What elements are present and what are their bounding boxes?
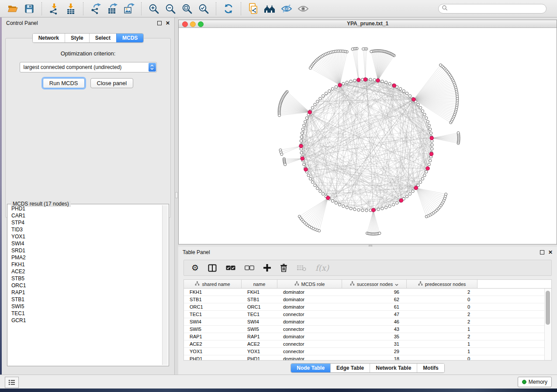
delete-column-icon[interactable] <box>280 263 287 273</box>
zoom-out-icon[interactable] <box>162 1 179 16</box>
tab-network-table[interactable]: Network Table <box>370 364 417 372</box>
zoom-selected-icon[interactable] <box>195 1 212 16</box>
cell: 2 <box>407 318 477 325</box>
mcds-panel: Optimization criterion: largest connecte… <box>5 38 171 218</box>
cell: 0 <box>407 303 477 310</box>
first-neighbors-icon[interactable] <box>262 1 278 16</box>
cell: dominator <box>277 355 342 361</box>
mcds-result-item[interactable]: TEC1 <box>8 310 163 317</box>
tab-network[interactable]: Network <box>33 34 65 42</box>
import-table-icon[interactable] <box>62 1 79 16</box>
run-mcds-button[interactable]: Run MCDS <box>43 78 85 88</box>
scrollbar-thumb[interactable] <box>546 291 550 325</box>
search-icon <box>442 5 448 13</box>
splitter-grip[interactable] <box>175 192 178 198</box>
mcds-result-item[interactable]: TID3 <box>8 226 163 233</box>
network-view-window: YPA_prune.txt_1 <box>178 20 557 244</box>
tab-edge-table[interactable]: Edge Table <box>330 364 370 372</box>
cell: 61 <box>342 303 407 310</box>
mcds-result-item[interactable]: STP4 <box>8 219 163 226</box>
network-graph[interactable] <box>179 28 557 244</box>
column-header-shared-name[interactable]: shared name <box>184 280 242 288</box>
show-column-panel-icon[interactable] <box>208 263 217 273</box>
mcds-result-item[interactable]: PMA2 <box>8 254 163 261</box>
search-box[interactable] <box>438 4 547 14</box>
table-row[interactable]: ORC1ORC1dominator610 <box>184 303 551 311</box>
mcds-result-item[interactable]: RAP1 <box>8 289 163 296</box>
open-file-icon[interactable] <box>4 1 21 16</box>
cell: YOX1 <box>242 348 277 355</box>
unselect-all-columns-icon[interactable] <box>245 263 254 273</box>
hide-selected-icon[interactable] <box>278 1 295 16</box>
task-history-button[interactable] <box>5 377 19 388</box>
table-options-gear-icon[interactable]: ⚙ <box>191 263 199 273</box>
memory-button[interactable]: Memory <box>518 377 552 387</box>
refresh-layout-icon[interactable] <box>220 1 237 16</box>
mcds-result-scrollbar[interactable] <box>162 205 168 365</box>
column-header-successor-nodes[interactable]: successor nodes <box>342 280 407 288</box>
column-header-name[interactable]: name <box>242 280 277 288</box>
cell: ORC1 <box>184 303 242 310</box>
vertical-splitter[interactable] <box>175 17 178 375</box>
table-row[interactable]: SWI5SWI5connector431 <box>184 326 551 333</box>
export-table-icon[interactable] <box>104 1 121 16</box>
mcds-result-item[interactable]: STB1 <box>8 296 163 303</box>
table-row[interactable]: STB1STB1dominator620 <box>184 296 551 303</box>
table-body: FKH1FKH1dominator962STB1STB1dominator620… <box>184 289 551 361</box>
search-input[interactable] <box>448 4 546 13</box>
toolbar-separator <box>83 2 83 15</box>
mcds-result-item[interactable]: SWI4 <box>8 240 163 247</box>
export-image-icon[interactable] <box>121 1 137 16</box>
tab-node-table[interactable]: Node Table <box>291 364 330 372</box>
column-header-MCDS-role[interactable]: MCDS role <box>277 280 342 288</box>
float-panel-icon[interactable] <box>157 21 162 25</box>
float-panel-icon[interactable] <box>540 250 544 254</box>
mcds-result-item[interactable]: SRD1 <box>8 247 163 254</box>
close-panel-icon[interactable]: ✕ <box>166 21 170 25</box>
tab-motifs[interactable]: Motifs <box>417 364 444 372</box>
cell: 1 <box>407 326 477 333</box>
cell: TEC1 <box>184 311 242 318</box>
show-all-icon[interactable] <box>295 1 311 16</box>
table-row[interactable]: TEC1TEC1connector472 <box>184 311 551 318</box>
optimization-criterion-select[interactable]: largest connected component (undirected) <box>20 62 157 72</box>
close-panel-button[interactable]: Close panel <box>90 78 134 88</box>
mcds-result-item[interactable]: ORC1 <box>8 282 163 289</box>
mcds-result-item[interactable]: YOX1 <box>8 233 163 240</box>
mcds-result-item[interactable]: CAR1 <box>8 212 163 219</box>
table-row[interactable]: FKH1FKH1dominator962 <box>184 289 551 296</box>
zoom-in-icon[interactable] <box>145 1 162 16</box>
table-row[interactable]: PHD1PHD1dominator180 <box>184 355 551 361</box>
table-row[interactable]: YOX1YOX1connector291 <box>184 348 551 355</box>
mcds-result-item[interactable]: STB5 <box>8 275 163 282</box>
table-row[interactable]: RAP1RAP1dominator352 <box>184 333 551 340</box>
close-panel-icon[interactable]: ✕ <box>548 250 553 254</box>
create-column-icon[interactable] <box>263 263 271 273</box>
cell: SWI4 <box>184 318 242 325</box>
cell: connector <box>277 326 342 333</box>
cell: YOX1 <box>184 348 242 355</box>
column-header-predecessor-nodes[interactable]: predecessor nodes <box>407 280 477 288</box>
select-all-columns-icon[interactable] <box>226 263 235 273</box>
save-session-icon[interactable] <box>21 1 38 16</box>
column-label: successor nodes <box>357 282 393 287</box>
import-network-icon[interactable] <box>46 1 62 16</box>
tab-select[interactable]: Select <box>89 34 116 42</box>
network-canvas[interactable] <box>179 28 557 244</box>
network-window-titlebar[interactable]: YPA_prune.txt_1 <box>179 20 557 28</box>
zoom-fit-icon[interactable] <box>179 1 195 16</box>
mcds-result-item[interactable]: SWI5 <box>8 303 163 310</box>
mcds-result-item[interactable]: FKH1 <box>8 261 163 268</box>
column-label: name <box>253 282 266 287</box>
table-scrollbar[interactable] <box>544 289 551 360</box>
export-network-icon[interactable] <box>87 1 104 16</box>
table-row[interactable]: ACE2ACE2connector311 <box>184 340 551 348</box>
tab-style[interactable]: Style <box>65 34 89 42</box>
mcds-result-item[interactable]: ACE2 <box>8 268 163 275</box>
mcds-result-item[interactable]: PHD1 <box>8 205 163 212</box>
table-row[interactable]: SWI4SWI4dominator462 <box>184 318 551 326</box>
cell: STB1 <box>184 296 242 303</box>
tab-mcds[interactable]: MCDS <box>116 34 143 42</box>
mcds-result-item[interactable]: GCR1 <box>8 317 163 324</box>
new-network-from-selection-icon[interactable] <box>245 1 262 16</box>
